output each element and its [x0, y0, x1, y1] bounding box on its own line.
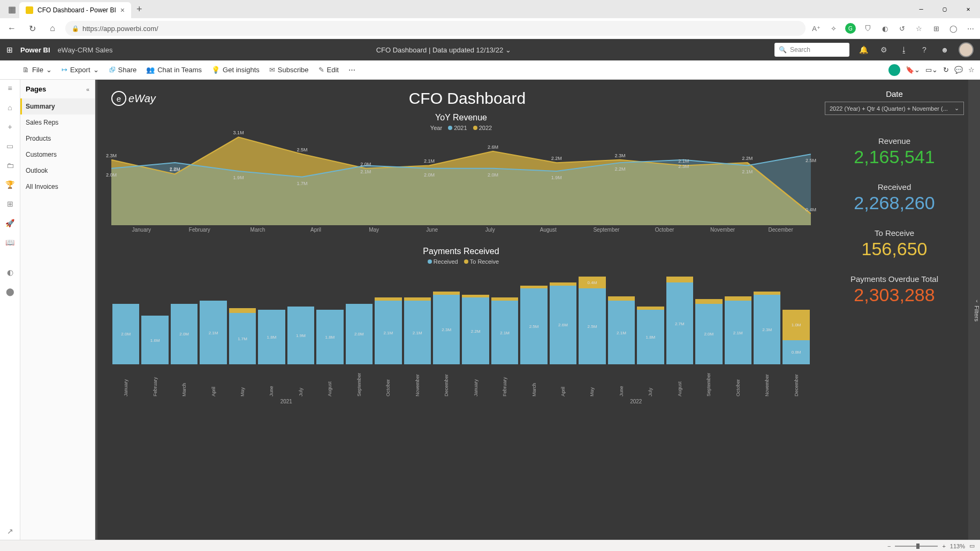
zoom-in-button[interactable]: + — [942, 543, 945, 549]
kpi-revenue[interactable]: Revenue 2,165,541 — [825, 136, 964, 167]
collections-icon[interactable]: ⊞ — [931, 23, 941, 34]
data-label: 1.9M — [233, 175, 244, 180]
chat-teams-button[interactable]: 👥Chat in Teams — [146, 66, 202, 74]
data-label: 2.1M — [424, 158, 435, 164]
teams-icon: 👥 — [146, 66, 155, 74]
report-title-center[interactable]: CFO Dashboard | Data updated 12/13/22 ⌄ — [120, 46, 767, 54]
read-aloud-icon[interactable]: A⁺ — [811, 23, 822, 34]
browser-tab[interactable]: CFO Dashboard - Power BI × — [19, 2, 131, 18]
zoom-out-button[interactable]: − — [887, 543, 891, 549]
subscribe-button[interactable]: ✉Subscribe — [269, 66, 309, 74]
x-tick: February — [153, 366, 158, 396]
grammarly-icon[interactable]: G — [845, 23, 856, 34]
kpi-overdue[interactable]: Payments Overdue Total 2,303,288 — [825, 274, 964, 305]
favorite-icon[interactable]: ✧ — [828, 23, 839, 34]
fit-page-icon[interactable]: ▭ — [969, 542, 975, 549]
page-item[interactable]: Customers — [20, 147, 95, 163]
chart-title: YoY Revenue — [111, 113, 811, 123]
zoom-level: 113% — [950, 543, 965, 549]
page-item[interactable]: Summary — [20, 98, 95, 114]
workspace-icon[interactable]: ◐ — [7, 268, 13, 277]
learn-icon[interactable]: 📖 — [5, 238, 14, 247]
expand-rail-icon[interactable]: ↗ — [7, 527, 13, 535]
minimize-button[interactable]: — — [909, 0, 933, 18]
tabs-overview-icon[interactable]: ▦ — [4, 2, 19, 17]
page-item[interactable]: Outlook — [20, 163, 95, 179]
shield-icon[interactable]: ⛉ — [862, 23, 873, 34]
back-button[interactable]: ← — [4, 21, 19, 36]
feedback-icon[interactable]: ☻ — [938, 45, 951, 54]
home-button[interactable]: ⌂ — [45, 21, 60, 36]
tab-close-icon[interactable]: × — [120, 6, 125, 14]
hamburger-icon[interactable]: ≡ — [7, 84, 12, 93]
x-tick: March — [181, 366, 187, 396]
refresh-ext-icon[interactable]: ↺ — [897, 23, 907, 34]
reset-view-button[interactable] — [888, 64, 900, 76]
workspace-current-icon[interactable]: ⬤ — [6, 287, 14, 296]
tab-bar: ▦ CFO Dashboard - Power BI × + — ▢ ✕ — [0, 0, 980, 18]
download-icon[interactable]: ⭳ — [898, 45, 910, 54]
profile-icon[interactable]: ◯ — [948, 23, 959, 34]
x-tick: August — [677, 366, 682, 396]
create-icon[interactable]: + — [7, 123, 12, 131]
filters-pane-toggle[interactable]: ‹ Filters — [968, 80, 980, 540]
more-icon[interactable]: ⋯ — [965, 23, 976, 34]
edit-button[interactable]: ✎Edit — [318, 66, 339, 74]
notifications-icon[interactable]: 🔔 — [857, 45, 870, 54]
apps-icon[interactable]: ⊞ — [7, 200, 13, 208]
comment-icon[interactable]: 💬 — [954, 66, 963, 74]
home-nav-icon[interactable]: ⌂ — [7, 103, 12, 112]
date-dropdown[interactable]: 2022 (Year) + Qtr 4 (Quarter) + November… — [825, 102, 964, 115]
close-button[interactable]: ✕ — [956, 0, 980, 18]
maximize-button[interactable]: ▢ — [933, 0, 956, 18]
sync-icon[interactable]: ◐ — [879, 23, 890, 34]
x-tick: September — [356, 366, 362, 396]
browser-actions: A⁺ ✧ G ⛉ ◐ ↺ ☆ ⊞ ◯ ⋯ — [811, 23, 976, 34]
view-icon[interactable]: ▭⌄ — [925, 66, 938, 74]
x-tick: June — [619, 366, 624, 396]
data-label: 0.4M — [806, 207, 816, 212]
data-label: 1.7M — [297, 181, 307, 186]
insights-button[interactable]: 💡Get insights — [211, 66, 260, 74]
kpi-received[interactable]: Received 2,268,260 — [825, 182, 964, 213]
export-menu[interactable]: ↦Export⌄ — [62, 66, 99, 74]
legend-dot-icon — [473, 126, 477, 130]
avatar[interactable] — [959, 42, 974, 57]
page-item[interactable]: Products — [20, 131, 95, 147]
refresh-button[interactable]: ↻ — [25, 21, 40, 36]
bookmark-icon[interactable]: 🔖⌄ — [906, 66, 920, 74]
page-item[interactable]: Sales Reps — [20, 114, 95, 131]
data-label: 2.3M — [615, 153, 626, 158]
deploy-icon[interactable]: 🚀 — [5, 219, 14, 227]
chevron-down-icon: ⌄ — [505, 46, 511, 54]
browse-icon[interactable]: ▭ — [6, 142, 13, 150]
metrics-icon[interactable]: 🏆 — [5, 180, 14, 189]
help-icon[interactable]: ? — [918, 45, 931, 54]
refresh-icon[interactable]: ↻ — [943, 66, 949, 74]
data-label: 2.5M — [297, 147, 307, 152]
bar-column: 2.7M — [666, 277, 693, 364]
workspace-name[interactable]: eWay-CRM Sales — [58, 46, 113, 54]
new-tab-button[interactable]: + — [131, 4, 148, 15]
collapse-pages-icon[interactable]: « — [86, 86, 89, 93]
url-input[interactable]: 🔒 https://app.powerbi.com/ — [65, 21, 806, 36]
kpi-to-receive[interactable]: To Receive 156,650 — [825, 228, 964, 259]
star-icon[interactable]: ☆ — [968, 66, 975, 74]
x-tick: May — [589, 366, 595, 396]
page-item[interactable]: All Invoices — [20, 179, 95, 195]
search-input[interactable]: 🔍 Search — [774, 43, 849, 57]
settings-icon[interactable]: ⚙ — [877, 45, 890, 54]
zoom-slider[interactable] — [895, 546, 938, 547]
yoy-chart[interactable]: YoY Revenue Year 2021 2022 2.0M2.2M1.9M1… — [111, 113, 811, 241]
share-button[interactable]: ⮺Share — [109, 66, 137, 74]
star-icon[interactable]: ☆ — [914, 23, 924, 34]
bar-column: 2.5M — [520, 286, 547, 364]
data-hub-icon[interactable]: 🗀 — [6, 161, 14, 170]
bar-column: 2.0M — [112, 304, 139, 364]
more-ribbon-icon[interactable]: ⋯ — [348, 66, 355, 74]
x-tick: April — [211, 366, 216, 396]
x-tick: February — [502, 366, 507, 396]
file-menu[interactable]: 🗎File⌄ — [22, 66, 52, 74]
payments-chart[interactable]: Payments Received Received To Receive 2.… — [111, 247, 811, 404]
app-launcher-icon[interactable]: ⊞ — [6, 45, 13, 54]
